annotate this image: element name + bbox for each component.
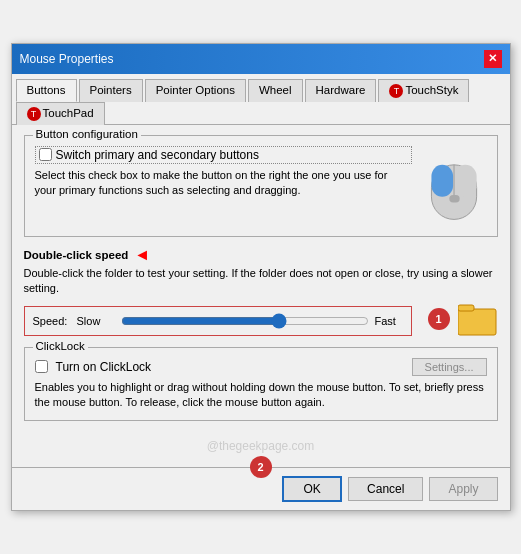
touchpad-icon: T: [27, 107, 41, 121]
mouse-illustration: [422, 146, 487, 226]
clicklock-row: Turn on ClickLock Settings...: [35, 358, 487, 376]
switch-buttons-checkbox[interactable]: [39, 148, 52, 161]
tab-content: Button configuration Switch primary and …: [12, 125, 510, 468]
slow-label: Slow: [77, 315, 115, 327]
switch-buttons-label: Switch primary and secondary buttons: [56, 148, 259, 162]
svg-rect-1: [431, 165, 453, 197]
title-bar: Mouse Properties ✕: [12, 44, 510, 74]
arrow-icon: ◄: [134, 247, 150, 263]
svg-rect-5: [458, 309, 496, 335]
clicklock-group: ClickLock Turn on ClickLock Settings... …: [24, 347, 498, 422]
watermark: @thegeekpage.com: [24, 431, 498, 457]
tab-wheel[interactable]: Wheel: [248, 79, 303, 102]
button-config-description: Select this check box to make the button…: [35, 168, 412, 199]
switch-buttons-checkbox-row: Switch primary and secondary buttons: [35, 146, 412, 164]
badge-2: 2: [250, 456, 272, 478]
apply-button[interactable]: Apply: [429, 477, 497, 501]
button-config-left: Switch primary and secondary buttons Sel…: [35, 146, 412, 199]
clicklock-label: ClickLock: [33, 340, 88, 352]
settings-button[interactable]: Settings...: [412, 358, 487, 376]
tab-buttons[interactable]: Buttons: [16, 79, 77, 102]
tab-touchpad[interactable]: TTouchPad: [16, 102, 105, 125]
clicklock-content: Turn on ClickLock Settings... Enables yo…: [35, 358, 487, 411]
tab-pointer-options[interactable]: Pointer Options: [145, 79, 246, 102]
svg-rect-4: [449, 195, 459, 203]
svg-rect-2: [454, 165, 477, 197]
double-click-title: Double-click speed ◄: [24, 247, 498, 263]
speed-label: Speed:: [33, 315, 71, 327]
footer: 2 OK Cancel Apply: [12, 467, 510, 510]
button-config-label: Button configuration: [33, 128, 141, 140]
tab-hardware[interactable]: Hardware: [305, 79, 377, 102]
clicklock-checkbox-label: Turn on ClickLock: [56, 360, 152, 374]
speed-slider[interactable]: [121, 313, 369, 329]
svg-rect-6: [458, 305, 474, 311]
touchstyk-icon: T: [389, 84, 403, 98]
double-click-section: Double-click speed ◄ Double-click the fo…: [24, 247, 498, 337]
button-config-row: Switch primary and secondary buttons Sel…: [35, 146, 487, 226]
button-config-content: Switch primary and secondary buttons Sel…: [35, 146, 487, 226]
button-config-group: Button configuration Switch primary and …: [24, 135, 498, 237]
badge-1: 1: [428, 308, 450, 330]
double-click-description: Double-click the folder to test your set…: [24, 266, 498, 297]
clicklock-description: Enables you to highlight or drag without…: [35, 380, 487, 411]
clicklock-left: Turn on ClickLock: [35, 360, 152, 374]
tab-bar: Buttons Pointers Pointer Options Wheel H…: [12, 74, 510, 125]
fast-label: Fast: [375, 315, 403, 327]
window-title: Mouse Properties: [20, 52, 114, 66]
close-button[interactable]: ✕: [484, 50, 502, 68]
slider-row: Speed: Slow Fast: [33, 313, 403, 329]
clicklock-checkbox[interactable]: [35, 360, 48, 373]
cancel-button[interactable]: Cancel: [348, 477, 423, 501]
ok-button[interactable]: OK: [282, 476, 342, 502]
speed-section: Speed: Slow Fast: [24, 306, 412, 336]
tab-pointers[interactable]: Pointers: [79, 79, 143, 102]
mouse-properties-window: Mouse Properties ✕ Buttons Pointers Poin…: [11, 43, 511, 512]
folder-icon[interactable]: [458, 301, 498, 337]
tab-touchstyk[interactable]: TTouchStyk: [378, 79, 469, 102]
